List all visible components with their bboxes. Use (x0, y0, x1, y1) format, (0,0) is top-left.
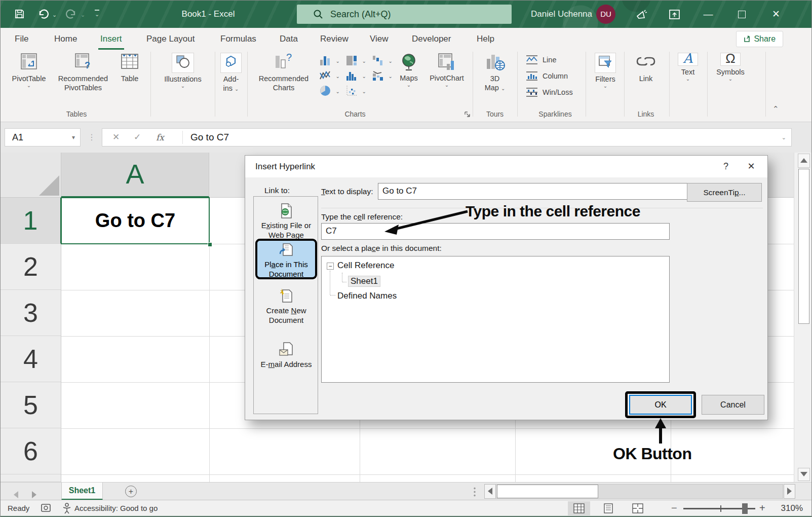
macro-record-icon[interactable] (41, 504, 51, 513)
dialog-close-button[interactable]: ✕ (740, 156, 762, 177)
symbols-button[interactable]: Ω Symbols ⌄ (709, 53, 752, 82)
tree-collapse-icon[interactable]: − (327, 263, 334, 270)
customize-quick-access-icon[interactable]: ⌄ (95, 10, 99, 18)
3d-map-button[interactable]: 3D Map ⌄ (476, 53, 514, 92)
text-to-display-input[interactable]: Go to C7 (378, 183, 690, 200)
coming-soon-megaphone-icon[interactable] (635, 8, 647, 20)
insert-line-chart-button[interactable]: ⌄ (319, 69, 342, 83)
cell-a1[interactable]: Go to C7 (61, 197, 210, 244)
insert-waterfall-chart-button[interactable]: ⌄ (371, 54, 395, 68)
sheet-tab-sheet1[interactable]: Sheet1 (61, 483, 103, 500)
row-header-2[interactable]: 2 (1, 244, 61, 290)
row-header-partial[interactable] (1, 474, 61, 482)
tab-insert[interactable]: Insert (98, 28, 124, 50)
insert-combo-chart-button[interactable]: ⌄ (371, 69, 395, 83)
tab-help[interactable]: Help (475, 28, 496, 50)
insert-pie-chart-button[interactable]: ⌄ (319, 84, 342, 98)
tab-file[interactable]: File (13, 28, 30, 50)
row-header-5[interactable]: 5 (1, 382, 61, 428)
formula-bar[interactable]: ✕ ✓ fx Go to C7 ⌄ (102, 128, 792, 146)
close-button[interactable]: ✕ (764, 1, 788, 28)
normal-view-button[interactable] (568, 501, 590, 515)
email-address-item[interactable]: E-mail Address (254, 340, 319, 369)
tree-item-sheet1[interactable]: Sheet1 (348, 276, 380, 287)
add-ins-button[interactable]: Add- ins ⌄ (216, 53, 246, 93)
next-sheet-icon[interactable] (32, 491, 36, 498)
minimize-button[interactable]: — (697, 1, 720, 28)
vertical-scrollbar[interactable] (794, 153, 812, 482)
filters-button[interactable]: Filters ⌄ (588, 53, 623, 89)
zoom-in-button[interactable]: + (759, 500, 765, 515)
tab-data[interactable]: Data (278, 28, 300, 50)
charts-dialog-launcher-icon[interactable] (464, 110, 471, 120)
tab-home[interactable]: Home (52, 28, 79, 50)
insert-statistic-chart-button[interactable]: ⌄ (345, 69, 368, 83)
dialog-help-button[interactable]: ? (715, 156, 737, 177)
tab-page-layout[interactable]: Page Layout (144, 28, 197, 50)
tree-item-defined-names[interactable]: Defined Names (337, 291, 397, 301)
column-header-a[interactable]: A (61, 153, 209, 197)
existing-file-or-web-page-item[interactable]: Existing File or Web Page (254, 201, 319, 240)
select-all-button[interactable] (1, 153, 61, 198)
search-box[interactable]: Search (Alt+Q) (297, 5, 512, 24)
dialog-title-bar[interactable]: Insert Hyperlink ? ✕ (245, 156, 767, 177)
formula-bar-grip-icon[interactable]: ⋮ (88, 128, 96, 146)
undo-icon[interactable] (37, 8, 49, 20)
tab-view[interactable]: View (368, 28, 391, 50)
recommended-pivottables-button[interactable]: ? Recommended PivotTables (51, 53, 115, 92)
pivottable-button[interactable]: PivotTable ⌄ (7, 53, 51, 88)
insert-column-chart-button[interactable]: ⌄ (319, 54, 342, 68)
name-box-dropdown-icon[interactable]: ▾ (72, 129, 75, 146)
place-in-this-document-item-selected[interactable]: Place in This Document (255, 239, 317, 279)
sparkline-column-button[interactable]: Column (525, 71, 585, 81)
cell-reference-input[interactable]: C7 (321, 223, 670, 240)
expand-formula-bar-icon[interactable]: ⌄ (782, 129, 786, 146)
user-name[interactable]: Daniel Uchenna (523, 1, 592, 28)
insert-hierarchy-chart-button[interactable]: ⌄ (345, 54, 368, 68)
sparkline-winloss-button[interactable]: Win/Loss (525, 87, 585, 97)
formula-input[interactable]: Go to C7 (190, 129, 229, 146)
cancel-button[interactable]: Cancel (702, 395, 764, 415)
screentip-button[interactable]: ScreenTip... (687, 183, 762, 202)
tree-item-cell-reference[interactable]: Cell Reference (337, 261, 394, 271)
redo-dropdown-icon[interactable]: ⌄ (81, 12, 85, 18)
create-new-document-item[interactable]: Create New Document (254, 286, 319, 325)
document-place-tree[interactable]: − Cell Reference Sheet1 Defined Names (321, 256, 670, 383)
horizontal-scroll-thumb[interactable] (497, 485, 598, 498)
zoom-out-button[interactable]: − (671, 500, 677, 515)
text-button[interactable]: A Text ⌄ (671, 53, 705, 82)
redo-icon[interactable] (65, 8, 78, 20)
ribbon-display-options-icon[interactable] (668, 8, 680, 20)
accessibility-icon[interactable] (62, 503, 71, 514)
avatar[interactable]: DU (596, 5, 615, 24)
maximize-button[interactable] (730, 1, 753, 28)
share-button[interactable]: Share (736, 31, 783, 47)
new-sheet-button[interactable]: + (125, 486, 137, 497)
scroll-down-button[interactable] (798, 468, 810, 481)
page-break-preview-button[interactable] (627, 501, 649, 515)
link-button[interactable]: Link (627, 53, 665, 83)
name-box[interactable]: A1 ▾ (5, 128, 81, 146)
row-header-3[interactable]: 3 (1, 290, 61, 336)
page-layout-view-button[interactable] (597, 501, 620, 515)
row-header-1[interactable]: 1 (1, 198, 61, 244)
pivotchart-button[interactable]: PivotChart ⌄ (424, 53, 470, 88)
undo-dropdown-icon[interactable]: ⌄ (52, 12, 57, 18)
scroll-left-button[interactable] (484, 484, 496, 499)
recommended-charts-button[interactable]: ? Recommended Charts (251, 53, 317, 92)
scrollbar-resize-grip[interactable] (473, 487, 476, 497)
ok-button[interactable]: OK (629, 395, 692, 415)
maps-button[interactable]: Maps ⌄ (395, 53, 422, 88)
row-header-6[interactable]: 6 (1, 428, 61, 474)
zoom-level[interactable]: 310% (775, 500, 803, 516)
table-button[interactable]: Table (115, 53, 144, 83)
save-icon[interactable] (14, 8, 26, 20)
tab-formulas[interactable]: Formulas (218, 28, 258, 50)
row-header-4[interactable]: 4 (1, 336, 61, 382)
insert-scatter-chart-button[interactable]: ⌄ (345, 84, 368, 98)
previous-sheet-icon[interactable] (14, 491, 18, 498)
insert-function-icon[interactable]: fx (156, 129, 164, 146)
accessibility-status[interactable]: Accessibility: Good to go (74, 500, 158, 516)
illustrations-button[interactable]: Illustrations ⌄ (152, 53, 213, 89)
tab-review[interactable]: Review (318, 28, 351, 50)
